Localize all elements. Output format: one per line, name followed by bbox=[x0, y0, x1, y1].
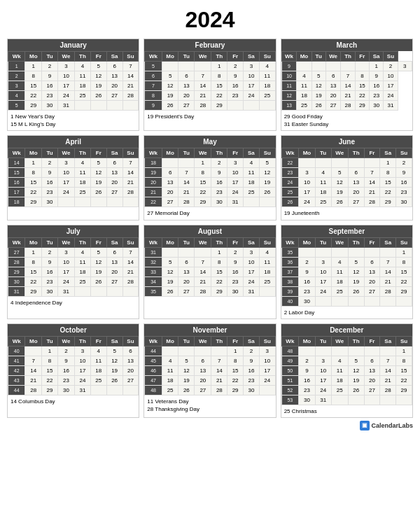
day-cell: 2 bbox=[8, 71, 25, 81]
day-cell: 4 bbox=[259, 247, 275, 257]
day-cell: 11 bbox=[281, 81, 297, 91]
day-cell: 28 bbox=[211, 385, 227, 395]
day-cell: 7 bbox=[195, 71, 211, 81]
day-cell: 10 bbox=[384, 71, 398, 81]
day-cell: 22 bbox=[25, 276, 42, 286]
day-cell: 18 bbox=[162, 375, 178, 385]
day-cell bbox=[315, 346, 331, 356]
month-header-february: February bbox=[144, 39, 275, 51]
day-cell: 20 bbox=[348, 188, 364, 197]
day-cell: 19 bbox=[348, 276, 364, 286]
day-cell: 16 bbox=[299, 375, 316, 385]
day-cell: 1 bbox=[195, 158, 211, 168]
day-cell bbox=[396, 395, 412, 405]
day-cell: 12 bbox=[90, 257, 106, 267]
day-cell: 14 bbox=[122, 71, 139, 81]
day-cell: 12 bbox=[162, 81, 178, 91]
month-header-september: September bbox=[281, 225, 412, 237]
day-cell: 13 bbox=[281, 101, 297, 111]
day-cell: 19 bbox=[162, 276, 178, 286]
day-cell: 10 bbox=[281, 71, 297, 81]
day-cell: 8 bbox=[145, 91, 162, 101]
day-cell: 3 bbox=[398, 62, 412, 71]
col-header-fr: Fr bbox=[364, 148, 380, 158]
day-cell: 48 bbox=[281, 346, 298, 356]
col-header-sa: Sa bbox=[370, 52, 384, 62]
day-cell bbox=[364, 296, 380, 306]
day-cell: 26 bbox=[259, 188, 275, 197]
day-cell: 2 bbox=[299, 356, 316, 365]
day-cell: 4 bbox=[162, 356, 178, 365]
day-cell: 21 bbox=[380, 375, 396, 385]
day-cell: 15 bbox=[211, 267, 227, 276]
day-cell: 18 bbox=[145, 158, 162, 168]
col-header-th: Th bbox=[75, 336, 91, 346]
day-cell: 31 bbox=[57, 101, 74, 111]
day-cell: 21 bbox=[341, 91, 355, 101]
day-cell: 6 bbox=[178, 71, 195, 81]
day-cell: 7 bbox=[178, 168, 195, 178]
day-cell: 2 bbox=[211, 158, 227, 168]
day-cell: 34 bbox=[145, 276, 162, 286]
day-cell: 22 bbox=[396, 276, 412, 286]
footer-logo: ▣ CalendarLabs bbox=[360, 421, 413, 430]
day-cell: 7 bbox=[211, 356, 227, 365]
day-cell: 24 bbox=[75, 375, 91, 385]
day-cell: 32 bbox=[145, 257, 162, 267]
day-cell: 12 bbox=[348, 267, 364, 276]
day-cell: 2 bbox=[42, 247, 58, 257]
day-cell bbox=[348, 158, 364, 168]
day-cell: 22 bbox=[227, 375, 244, 385]
day-cell: 10 bbox=[75, 356, 91, 365]
day-cell: 15 bbox=[25, 178, 42, 188]
day-cell: 30 bbox=[396, 197, 412, 207]
day-cell: 2 bbox=[396, 158, 412, 168]
day-cell: 22 bbox=[396, 375, 412, 385]
day-cell: 26 bbox=[331, 197, 348, 207]
day-cell: 51 bbox=[281, 375, 298, 385]
day-cell: 25 bbox=[315, 197, 331, 207]
month-table-march: WkMoTuWeThFrSaSu912310456789101111121314… bbox=[281, 51, 412, 111]
day-cell: 44 bbox=[8, 385, 25, 395]
col-header-wk: Wk bbox=[281, 148, 298, 158]
day-cell bbox=[162, 62, 178, 71]
day-cell: 8 bbox=[227, 356, 244, 365]
day-cell: 8 bbox=[396, 356, 412, 365]
day-cell: 24 bbox=[244, 91, 260, 101]
day-cell: 22 bbox=[42, 375, 58, 385]
day-cell: 20 bbox=[326, 91, 341, 101]
day-cell: 9 bbox=[145, 101, 162, 111]
day-cell: 1 bbox=[370, 62, 384, 71]
day-cell: 3 bbox=[315, 257, 331, 267]
day-cell: 18 bbox=[8, 197, 25, 207]
day-cell: 19 bbox=[90, 178, 106, 188]
day-cell: 15 bbox=[25, 267, 42, 276]
day-cell bbox=[75, 101, 91, 111]
day-cell: 26 bbox=[90, 276, 106, 286]
day-cell: 40 bbox=[281, 296, 298, 306]
col-header-th: Th bbox=[211, 148, 227, 158]
month-header-april: April bbox=[8, 136, 139, 148]
day-cell: 30 bbox=[299, 395, 316, 405]
day-cell: 22 bbox=[355, 91, 369, 101]
day-cell: 22 bbox=[211, 91, 227, 101]
day-cell: 28 bbox=[122, 276, 139, 286]
day-cell: 3 bbox=[244, 62, 260, 71]
day-cell: 20 bbox=[106, 178, 122, 188]
day-cell: 27 bbox=[106, 188, 122, 197]
day-cell: 13 bbox=[106, 257, 122, 267]
day-cell bbox=[106, 286, 122, 296]
month-block-may: MayWkMoTuWeThFrSaSu181234519678910111220… bbox=[144, 135, 276, 220]
day-cell: 20 bbox=[195, 375, 211, 385]
day-cell: 27 bbox=[106, 91, 122, 101]
day-cell: 20 bbox=[145, 178, 162, 188]
day-cell: 12 bbox=[312, 81, 326, 91]
day-cell: 9 bbox=[227, 257, 244, 267]
month-header-may: May bbox=[144, 136, 275, 148]
day-cell: 1 bbox=[25, 62, 42, 71]
col-header-sa: Sa bbox=[244, 148, 260, 158]
day-cell bbox=[106, 101, 122, 111]
day-cell: 13 bbox=[326, 81, 341, 91]
col-header-su: Su bbox=[396, 237, 412, 247]
col-header-su: Su bbox=[259, 148, 275, 158]
